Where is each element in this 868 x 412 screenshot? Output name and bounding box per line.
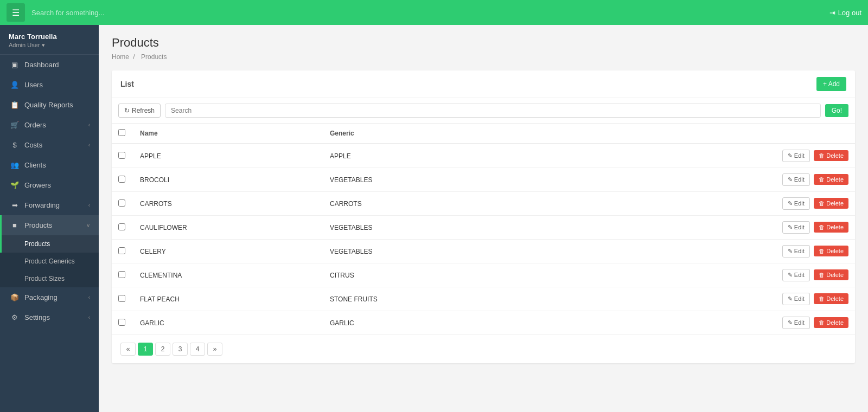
go-button[interactable]: Go!: [825, 104, 848, 117]
sidebar-item-quality-reports[interactable]: 📋 Quality Reports: [0, 95, 99, 115]
orders-icon: 🛒: [10, 121, 19, 129]
edit-button[interactable]: ✎ Edit: [782, 150, 810, 162]
edit-button[interactable]: ✎ Edit: [782, 221, 810, 234]
row-checkbox-cell: [112, 240, 133, 263]
products-icon: ■: [10, 221, 19, 229]
delete-button[interactable]: 🗑 Delete: [814, 269, 848, 280]
sidebar-item-settings[interactable]: ⚙ Settings ‹: [0, 307, 99, 327]
pagination-next[interactable]: »: [207, 343, 222, 356]
delete-button[interactable]: 🗑 Delete: [814, 150, 848, 161]
delete-button[interactable]: 🗑 Delete: [814, 317, 848, 328]
sidebar-item-packaging[interactable]: 📦 Packaging ‹: [0, 287, 99, 307]
sidebar-item-costs[interactable]: $ Costs ‹: [0, 135, 99, 155]
pagination-page-1[interactable]: 1: [138, 343, 153, 356]
sidebar-item-label: Users: [24, 81, 43, 89]
row-actions: ✎ Edit 🗑 Delete: [554, 216, 855, 240]
logout-button[interactable]: ⇥ Log out: [829, 9, 861, 17]
edit-button[interactable]: ✎ Edit: [782, 245, 810, 258]
breadcrumb: Home / Products: [112, 53, 855, 61]
table-row: BROCOLI VEGETABLES ✎ Edit 🗑 Delete: [112, 168, 855, 192]
delete-button[interactable]: 🗑 Delete: [814, 222, 848, 233]
sidebar-item-label: Settings: [24, 313, 50, 321]
search-input[interactable]: [165, 104, 821, 118]
card-header: List + Add: [112, 70, 855, 98]
edit-button[interactable]: ✎ Edit: [782, 197, 810, 210]
row-checkbox[interactable]: [118, 152, 125, 159]
col-checkbox: [112, 124, 133, 144]
row-checkbox[interactable]: [118, 223, 125, 230]
menu-toggle-button[interactable]: ☰: [7, 3, 25, 22]
edit-button[interactable]: ✎ Edit: [782, 293, 810, 305]
sidebar-user-role: Admin User ▾: [9, 42, 90, 49]
breadcrumb-home[interactable]: Home: [112, 53, 129, 61]
page-title: Products: [112, 36, 855, 50]
sidebar-item-products[interactable]: ■ Products ∨: [0, 215, 99, 235]
row-name: CARROTS: [133, 192, 323, 216]
sidebar-item-clients[interactable]: 👥 Clients: [0, 155, 99, 175]
row-checkbox[interactable]: [118, 199, 125, 207]
row-actions: ✎ Edit 🗑 Delete: [554, 168, 855, 192]
row-checkbox-cell: [112, 144, 133, 168]
edit-button[interactable]: ✎ Edit: [782, 317, 810, 329]
sidebar-sub-item-products[interactable]: Products: [0, 235, 99, 253]
sidebar-item-label: Forwarding: [24, 201, 60, 209]
edit-button[interactable]: ✎ Edit: [782, 269, 810, 281]
growers-icon: 🌱: [10, 181, 19, 189]
sidebar-item-users[interactable]: 👤 Users: [0, 75, 99, 95]
edit-button[interactable]: ✎ Edit: [782, 173, 810, 186]
row-name: GARLIC: [133, 311, 323, 335]
sidebar-item-growers[interactable]: 🌱 Growers: [0, 175, 99, 195]
table-row: CLEMENTINA CITRUS ✎ Edit 🗑 Delete: [112, 263, 855, 287]
sidebar-item-label: Clients: [24, 161, 46, 169]
packaging-icon: 📦: [10, 293, 19, 301]
row-checkbox[interactable]: [118, 295, 125, 302]
pagination-page-3[interactable]: 3: [173, 343, 188, 356]
sidebar-sub-item-product-generics[interactable]: Product Generics: [0, 253, 99, 270]
row-checkbox[interactable]: [118, 176, 125, 183]
sidebar-item-label: Quality Reports: [24, 101, 73, 109]
topbar-search-input[interactable]: [31, 9, 829, 17]
row-actions: ✎ Edit 🗑 Delete: [554, 192, 855, 216]
chevron-right-icon: ‹: [88, 202, 90, 208]
col-actions: [554, 124, 855, 144]
row-generic: VEGETABLES: [323, 240, 554, 263]
table-row: CAULIFLOWER VEGETABLES ✎ Edit 🗑 Delete: [112, 216, 855, 240]
pagination-page-2[interactable]: 2: [155, 343, 170, 356]
row-checkbox-cell: [112, 263, 133, 287]
sidebar-item-dashboard[interactable]: ▣ Dashboard: [0, 55, 99, 75]
select-all-checkbox[interactable]: [118, 129, 125, 136]
pagination: « 1 2 3 4 »: [112, 335, 855, 363]
row-generic: GARLIC: [323, 311, 554, 335]
list-toolbar: ↻ Refresh Go!: [112, 98, 855, 124]
row-name: FLAT PEACH: [133, 287, 323, 311]
forwarding-icon: ➡: [10, 201, 19, 209]
sidebar-item-label: Costs: [24, 141, 42, 149]
sidebar-item-label: Orders: [24, 121, 46, 129]
chevron-right-icon: ‹: [88, 314, 90, 320]
chevron-right-icon: ‹: [88, 142, 90, 148]
pagination-prev[interactable]: «: [120, 343, 136, 356]
row-checkbox[interactable]: [118, 247, 125, 254]
sidebar-user-name: Marc Torruella: [9, 33, 90, 41]
refresh-button[interactable]: ↻ Refresh: [118, 104, 161, 118]
delete-button[interactable]: 🗑 Delete: [814, 174, 848, 185]
sidebar-item-label: Growers: [24, 181, 51, 189]
sidebar-sub-item-product-sizes[interactable]: Product Sizes: [0, 270, 99, 287]
topbar: ☰ ⇥ Log out: [0, 0, 868, 25]
row-name: BROCOLI: [133, 168, 323, 192]
add-button[interactable]: + Add: [816, 77, 846, 91]
table-row: CELERY VEGETABLES ✎ Edit 🗑 Delete: [112, 240, 855, 263]
pagination-page-4[interactable]: 4: [190, 343, 205, 356]
chevron-right-icon: ‹: [88, 294, 90, 300]
row-checkbox-cell: [112, 216, 133, 240]
delete-button[interactable]: 🗑 Delete: [814, 198, 848, 209]
delete-button[interactable]: 🗑 Delete: [814, 293, 848, 304]
row-checkbox[interactable]: [118, 271, 125, 278]
card-title: List: [120, 80, 134, 88]
sidebar-item-orders[interactable]: 🛒 Orders ‹: [0, 115, 99, 135]
delete-button[interactable]: 🗑 Delete: [814, 246, 848, 256]
row-checkbox[interactable]: [118, 319, 125, 326]
sidebar-item-forwarding[interactable]: ➡ Forwarding ‹: [0, 195, 99, 215]
main-layout: Marc Torruella Admin User ▾ ▣ Dashboard …: [0, 25, 868, 412]
hamburger-icon: ☰: [12, 8, 20, 18]
